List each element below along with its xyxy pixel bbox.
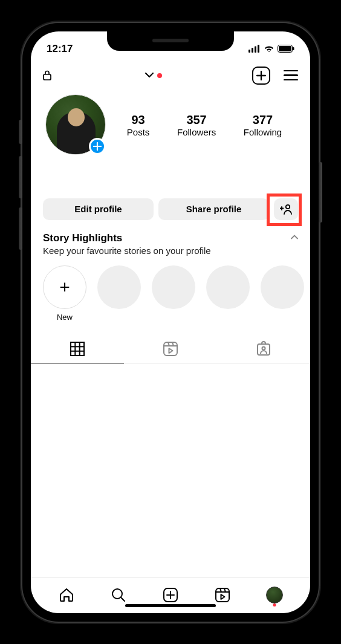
following-stat[interactable]: 377 Following bbox=[244, 113, 282, 137]
menu-button[interactable] bbox=[284, 70, 298, 81]
followers-count: 357 bbox=[177, 113, 216, 127]
lock-icon bbox=[43, 70, 51, 80]
nav-search[interactable] bbox=[110, 587, 127, 603]
reels-icon bbox=[163, 341, 178, 357]
svg-rect-0 bbox=[248, 50, 250, 53]
posts-count: 93 bbox=[127, 113, 150, 127]
wifi-icon bbox=[264, 45, 274, 53]
highlight-placeholder bbox=[152, 265, 195, 309]
add-highlight-label: New bbox=[43, 313, 86, 322]
username-switcher[interactable] bbox=[56, 73, 247, 78]
nav-reels[interactable] bbox=[214, 587, 231, 603]
svg-rect-2 bbox=[255, 47, 256, 53]
create-icon bbox=[162, 587, 179, 603]
cellular-icon bbox=[248, 45, 261, 53]
chevron-up-icon bbox=[291, 235, 298, 239]
posts-stat[interactable]: 93 Posts bbox=[127, 113, 150, 137]
add-story-button[interactable] bbox=[89, 138, 106, 155]
collapse-highlights-button[interactable] bbox=[291, 232, 298, 239]
avatar-icon bbox=[266, 587, 283, 603]
posts-content-area bbox=[31, 364, 310, 577]
highlight-placeholder bbox=[97, 265, 141, 309]
following-count: 377 bbox=[244, 113, 282, 127]
plus-icon bbox=[256, 71, 266, 80]
search-icon bbox=[110, 587, 127, 603]
account-privacy-indicator[interactable] bbox=[43, 70, 51, 80]
tab-tagged[interactable] bbox=[217, 335, 310, 363]
posts-label: Posts bbox=[127, 127, 150, 137]
share-profile-button[interactable]: Share profile bbox=[158, 198, 269, 220]
nav-profile[interactable] bbox=[266, 587, 283, 603]
nav-home[interactable] bbox=[58, 587, 75, 603]
grid-icon bbox=[70, 341, 85, 357]
status-indicators bbox=[248, 45, 294, 53]
tagged-icon bbox=[256, 341, 271, 357]
highlights-subtitle: Keep your favourite stories on your prof… bbox=[43, 246, 211, 256]
tab-posts-grid[interactable] bbox=[31, 335, 124, 363]
reels-icon bbox=[214, 587, 231, 603]
followers-stat[interactable]: 357 Followers bbox=[177, 113, 216, 137]
tab-reels[interactable] bbox=[124, 335, 217, 363]
svg-rect-5 bbox=[279, 46, 291, 51]
status-time: 12:17 bbox=[47, 43, 73, 55]
nav-create[interactable] bbox=[162, 587, 179, 603]
notification-dot-icon bbox=[157, 73, 162, 78]
create-post-button[interactable] bbox=[252, 67, 270, 85]
edit-profile-button[interactable]: Edit profile bbox=[43, 198, 154, 220]
svg-line-21 bbox=[121, 597, 125, 601]
svg-rect-1 bbox=[252, 48, 253, 53]
plus-icon bbox=[93, 142, 102, 151]
home-icon bbox=[58, 587, 75, 603]
discover-people-button[interactable] bbox=[274, 198, 298, 220]
chevron-down-icon bbox=[145, 73, 154, 78]
profile-avatar[interactable] bbox=[45, 94, 107, 156]
svg-rect-7 bbox=[44, 74, 51, 80]
add-highlight-button[interactable]: + bbox=[43, 265, 86, 309]
svg-rect-9 bbox=[71, 342, 84, 356]
battery-icon bbox=[278, 45, 294, 53]
bottom-nav bbox=[31, 577, 310, 613]
followers-label: Followers bbox=[177, 127, 216, 137]
home-indicator[interactable] bbox=[125, 604, 216, 607]
svg-rect-6 bbox=[293, 47, 294, 50]
add-person-icon bbox=[280, 204, 292, 215]
profile-header bbox=[31, 60, 310, 88]
highlight-placeholder bbox=[261, 265, 304, 309]
highlight-placeholder bbox=[206, 265, 250, 309]
svg-point-19 bbox=[262, 346, 265, 350]
highlights-title: Story Highlights bbox=[43, 232, 211, 244]
notification-dot-icon bbox=[273, 603, 276, 607]
plus-icon: + bbox=[59, 277, 70, 298]
svg-rect-3 bbox=[258, 45, 259, 53]
following-label: Following bbox=[244, 127, 282, 137]
svg-point-8 bbox=[286, 204, 290, 208]
